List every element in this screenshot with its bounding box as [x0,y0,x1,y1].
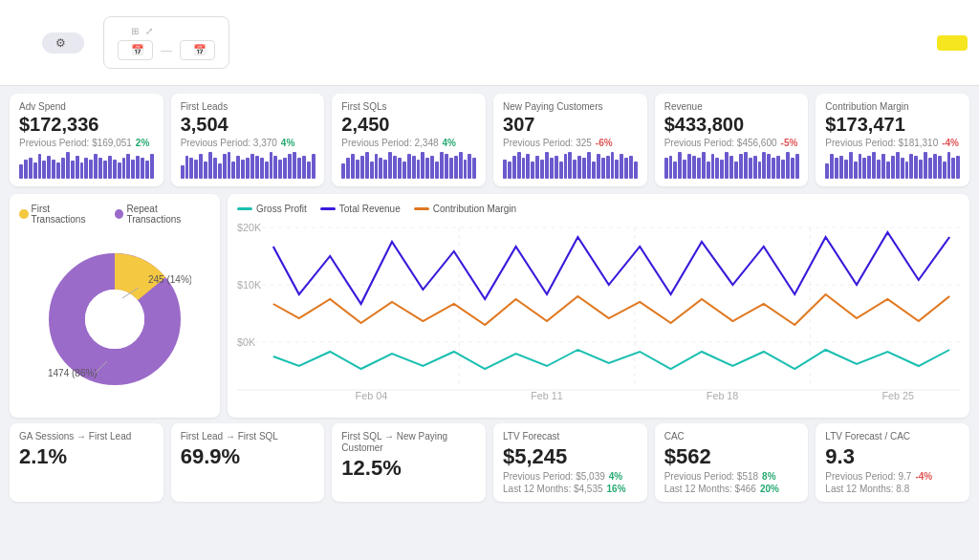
chart-legend: Gross ProfitTotal RevenueContribution Ma… [237,204,960,214]
mini-bar [260,158,264,179]
mini-bar [592,162,596,179]
mini-bar [103,161,107,179]
svg-point-2 [85,290,144,349]
mini-bar [412,156,416,179]
kpi-card-3: New Paying Customers 307 Previous Period… [493,94,647,186]
chart-legend-item-1: Total Revenue [320,204,401,214]
bottom-value-1: 69.9% [181,444,315,469]
mini-bar [302,156,306,179]
mini-bar [278,160,282,179]
mini-bar [573,160,577,179]
donut-legend: First TransactionsRepeat Transactions [19,204,210,225]
mini-bar [84,158,88,179]
bottom-value-4: $562 [664,444,799,469]
mini-bar [767,154,771,179]
chart-legend-line-2 [414,207,429,210]
bottom-value-2: 12.5% [341,456,476,481]
date-start-input[interactable]: 📅 [118,40,153,60]
calendar-start-icon[interactable]: 📅 [131,44,144,56]
mini-bar [839,156,843,179]
mini-bar [341,163,345,179]
mini-bar [454,156,458,179]
mini-bar [606,156,610,179]
mini-bar [297,158,301,179]
mini-bars-0 [19,152,154,179]
mini-bar [126,154,130,179]
mini-bar [383,160,387,179]
mini-bar [629,156,633,179]
donut-legend-item-1: Repeat Transactions [115,204,210,225]
kpi-prev-4: Previous Period: $456,600 -5% [664,138,799,148]
mini-bar [601,158,605,179]
mini-bar [587,152,591,179]
bottom-label-4: CAC [664,431,799,442]
expand-icon[interactable]: ⊞ [131,26,139,36]
kpi-label-3: New Paying Customers [503,101,638,112]
bottom-prev-5: Previous Period: 9.7 -4% [825,471,960,482]
kpi-change-4: -5% [781,138,798,148]
mini-bar [620,154,623,179]
date-end-input[interactable]: 📅 [180,40,215,60]
kpi-value-2: 2,450 [341,114,476,136]
chart-legend-item-2: Contribution Margin [414,204,516,214]
mini-bar [531,162,534,179]
mini-bars-5 [825,152,960,179]
bottom-prev-3: Previous Period: $5,039 4% [503,471,638,482]
mini-bar [89,160,93,179]
bottom-value-0: 2.1% [19,444,154,469]
mini-bar [199,154,203,179]
mini-bar [905,162,909,179]
mini-bar [47,156,51,179]
kpi-prev-3: Previous Period: 325 -6% [503,138,638,148]
donut-area: 245 (14%) 1474 (86%) [19,230,210,408]
mini-bar [729,156,733,179]
kpi-value-1: 3,504 [181,114,315,136]
mini-bar [753,156,757,179]
bottom-card-4: CAC $562 Previous Period: $518 8% Last 1… [655,423,809,502]
mini-bar [582,158,586,179]
date-section: ⊞ ⤢ 📅 — 📅 [103,16,229,69]
mini-bar [725,152,729,179]
mini-bar [877,160,881,179]
active-filters-button[interactable]: ⚙ [42,32,84,54]
svg-text:Feb 18: Feb 18 [707,391,739,399]
mini-bar [241,160,245,179]
bottom-card-5: LTV Forecast / CAC 9.3 Previous Period: … [816,423,969,502]
mini-bar [19,164,23,179]
mini-bar [786,152,790,179]
mini-bar [624,158,628,179]
donut-label-1474: 1474 (86%) [48,368,98,378]
bottom-card-2: First SQL → New Paying Customer 12.5% [332,423,486,502]
calendar-end-icon[interactable]: 📅 [193,44,207,56]
bottom-card-3: LTV Forecast $5,245 Previous Period: $5,… [493,423,647,502]
kpi-change-0: 2% [136,138,149,148]
mini-bar [508,162,511,179]
mini-bar [673,162,677,179]
mini-bar [76,156,79,179]
mini-bar [522,158,526,179]
bottom-card-0: GA Sessions → First Lead 2.1% [10,423,163,502]
mini-bar [440,152,444,179]
mini-bar [924,152,927,179]
donut-chart: 245 (14%) 1474 (86%) [38,243,191,396]
mini-bar [356,160,359,179]
bottom-label-1: First Lead → First SQL [181,431,315,442]
mini-bar [185,156,189,179]
mini-bar [194,160,198,179]
kpi-card-5: Contribution Margin $173,471 Previous Pe… [816,94,969,186]
mini-bar [312,154,315,179]
mini-bar [56,162,60,179]
fullscreen-icon[interactable]: ⤢ [145,26,153,36]
kpi-row: Adv Spend $172,336 Previous Period: $169… [0,86,979,194]
mini-bar [947,152,951,179]
mini-bar [909,154,913,179]
date-label: ⊞ ⤢ [118,25,215,36]
mini-bars-4 [664,152,799,179]
bottom-prev-change-3: 4% [609,471,622,482]
mini-bar [702,152,706,179]
kpi-change-3: -6% [596,138,613,148]
mini-bar [118,162,121,179]
bottom-card-1: First Lead → First SQL 69.9% [171,423,325,502]
donut-legend-dot-0 [19,209,29,219]
mini-bar [956,156,960,179]
